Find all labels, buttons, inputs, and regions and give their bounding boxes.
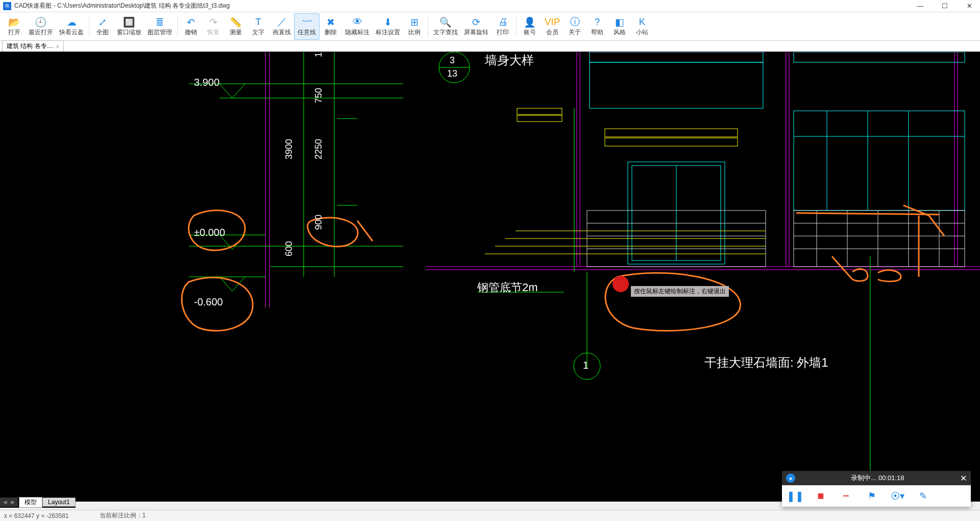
minimize-button[interactable]: —	[913, 1, 928, 11]
status-bar: x = 632447 y = -263581 当前标注比例：1	[0, 510, 980, 521]
undo-label: 撤销	[185, 28, 197, 37]
recent-icon: 🕘	[35, 16, 47, 28]
full-label: 全图	[96, 28, 109, 37]
zoomwin-button[interactable]: 🔲窗口缩放	[114, 13, 144, 40]
tab-nav-arrows[interactable]: ◄ ►	[0, 498, 18, 507]
file-tab[interactable]: 建筑 结构 各专… ×	[2, 40, 64, 52]
annoset-button[interactable]: ⬇标注设置	[373, 13, 403, 40]
svg-rect-24	[590, 62, 763, 108]
status-scale: 当前标注比例：1	[100, 511, 146, 520]
cloud-label: 快看云盘	[59, 28, 84, 37]
cad-drawing	[0, 52, 980, 502]
level-3900: 3.900	[194, 77, 219, 88]
style-button[interactable]: ◧风格	[608, 13, 631, 40]
rotate-button[interactable]: ⟳屏幕旋转	[461, 13, 492, 40]
marker-button[interactable]: ⚑	[865, 489, 879, 503]
tab-model[interactable]: 模型	[19, 497, 42, 508]
camera-icon: ●	[786, 473, 795, 483]
titlebar: 快 CAD快速看图 - C:\Users\Administrator\Deskt…	[0, 0, 980, 12]
about-icon: ⓘ	[570, 16, 580, 28]
findtext-button[interactable]: 🔍文字查找	[430, 13, 461, 40]
webcam-button[interactable]: ⦿▾	[890, 489, 904, 503]
undo-button[interactable]: ↶撤销	[180, 13, 202, 40]
drawing-canvas[interactable]: 3.900 ±0.000 -0.600 1450 750 2250 3900 9…	[0, 52, 980, 502]
print-icon: 🖨	[498, 16, 508, 28]
freeline-button[interactable]: 〰任意线	[294, 13, 320, 40]
cloud-icon: ☁	[67, 16, 77, 28]
svg-rect-37	[605, 138, 738, 146]
delete-button[interactable]: ✖删除	[320, 13, 342, 40]
svg-rect-35	[517, 115, 562, 122]
recorder-status: 录制中... 00:01:18	[799, 473, 956, 483]
recorder-close-button[interactable]: ✕	[960, 473, 967, 483]
scale-label: 比例	[408, 28, 421, 37]
help-label: 帮助	[591, 28, 603, 37]
svg-rect-29	[794, 111, 965, 210]
line-icon: ／	[277, 16, 287, 28]
annotate-button[interactable]: ✎	[916, 489, 930, 503]
redo-icon: ↷	[209, 16, 217, 28]
svg-rect-28	[794, 52, 965, 62]
text-label: 文字	[252, 28, 264, 37]
app-icon: 快	[3, 2, 11, 10]
text-icon: T	[255, 16, 261, 28]
undo-icon: ↶	[187, 16, 195, 28]
redo-button[interactable]: ↷恢复	[202, 13, 225, 40]
window-controls: — ☐ ✕	[913, 1, 977, 11]
annoset-label: 标注设置	[376, 28, 400, 37]
measure-button[interactable]: 📏测量	[225, 13, 247, 40]
open-button[interactable]: 📂打开	[3, 13, 26, 40]
recent-button[interactable]: 🕘最近打开	[26, 13, 56, 40]
dim-1450: 1450	[313, 52, 324, 57]
status-coords: x = 632447 y = -263581	[4, 512, 69, 519]
print-button[interactable]: 🖨打印	[492, 13, 514, 40]
dim-2250: 2250	[313, 139, 324, 159]
more-button[interactable]: ┅	[839, 489, 853, 503]
annoset-icon: ⬇	[384, 16, 392, 28]
recorder-controls: ❚❚ ■ ┅ ⚑ ⦿▾ ✎	[782, 485, 971, 507]
rotate-icon: ⟳	[472, 16, 480, 28]
account-icon: 👤	[524, 16, 536, 28]
text-button[interactable]: T文字	[247, 13, 270, 40]
vip-button[interactable]: VIP会员	[541, 13, 564, 40]
dim-900: 900	[313, 215, 324, 230]
pause-button[interactable]: ❚❚	[788, 489, 802, 503]
help-button[interactable]: ?帮助	[586, 13, 608, 40]
findtext-icon: 🔍	[439, 16, 452, 28]
draw-tooltip: 按住鼠标左键绘制标注，右键退出	[631, 286, 729, 297]
bubble-1: 1	[583, 360, 589, 371]
screen-recorder[interactable]: ● 录制中... 00:01:18 ✕ ❚❚ ■ ┅ ⚑ ⦿▾ ✎	[782, 471, 971, 507]
style-label: 风格	[614, 28, 626, 37]
recent-label: 最近打开	[29, 28, 53, 37]
layers-button[interactable]: ≣图层管理	[144, 13, 175, 40]
full-button[interactable]: ⤢全图	[91, 13, 114, 40]
about-button[interactable]: ⓘ关于	[564, 13, 586, 40]
delete-label: 删除	[325, 28, 337, 37]
callout-top: 3	[450, 55, 455, 66]
layers-label: 图层管理	[148, 28, 172, 37]
hideanno-button[interactable]: 👁隐藏标注	[342, 13, 373, 40]
rotate-label: 屏幕旋转	[464, 28, 488, 37]
maximize-button[interactable]: ☐	[937, 1, 952, 11]
close-button[interactable]: ✕	[962, 1, 977, 11]
recorder-header[interactable]: ● 录制中... 00:01:18 ✕	[782, 471, 971, 485]
vip-icon: VIP	[545, 16, 560, 28]
hideanno-icon: 👁	[353, 16, 362, 28]
layout-tabs: ◄ ► 模型 Layout1	[0, 496, 76, 508]
dim-3900: 3900	[284, 139, 295, 159]
line-button[interactable]: ／画直线	[270, 13, 294, 40]
close-icon[interactable]: ×	[56, 43, 59, 50]
help-icon: ?	[595, 16, 600, 28]
account-button[interactable]: 👤账号	[519, 13, 541, 40]
scale-button[interactable]: ⊞比例	[403, 13, 426, 40]
cloud-button[interactable]: ☁快看云盘	[56, 13, 87, 40]
svg-rect-36	[605, 129, 738, 137]
tab-layout1[interactable]: Layout1	[42, 498, 76, 507]
stop-button[interactable]: ■	[814, 489, 828, 503]
open-label: 打开	[8, 28, 20, 37]
style-icon: ◧	[615, 16, 624, 28]
site-icon: K	[639, 16, 646, 28]
site-button[interactable]: K小站	[631, 13, 653, 40]
delete-icon: ✖	[327, 16, 335, 28]
measure-label: 测量	[230, 28, 242, 37]
